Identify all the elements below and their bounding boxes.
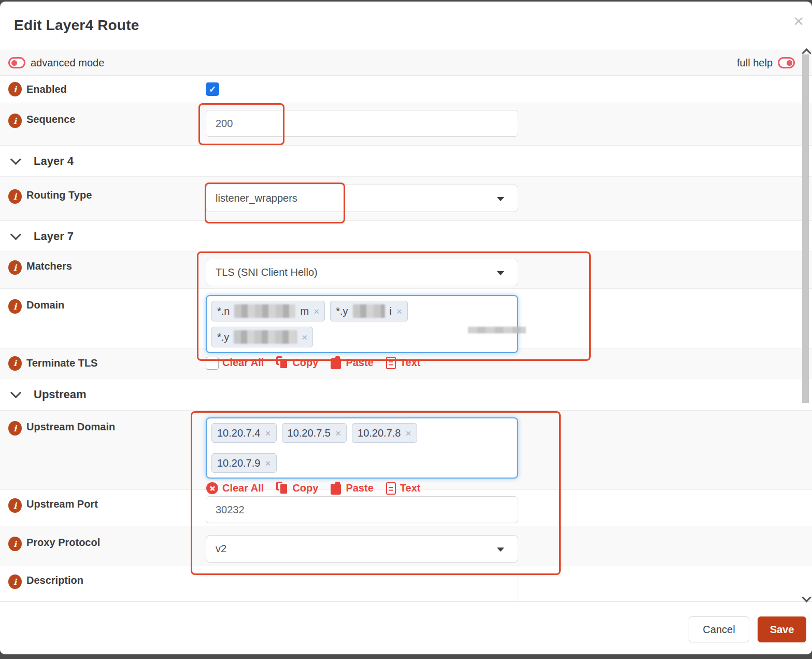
token-text: 10.20.7.9 — [217, 457, 260, 469]
enabled-label: Enabled — [26, 83, 67, 95]
help-toggle-row: advanced mode full help — [0, 50, 812, 76]
token-remove-icon[interactable]: × — [265, 458, 270, 468]
section-layer4: Layer 4 — [0, 146, 812, 177]
token-remove-icon[interactable]: × — [335, 428, 341, 438]
token-remove-icon[interactable]: × — [396, 306, 402, 316]
upstream-domain-token-input[interactable]: 10.20.7.4 × 10.20.7.5 × 10.20.7.8 × 10.2… — [206, 417, 518, 479]
dropdown-caret-icon — [497, 548, 504, 552]
full-help-toggle-group[interactable]: full help — [737, 57, 795, 69]
upstream-token: 10.20.7.9 × — [211, 453, 277, 473]
full-help-toggle-icon[interactable] — [778, 57, 795, 68]
proxy-protocol-select[interactable]: v2 — [206, 535, 518, 563]
routing-type-select[interactable]: listener_wrappers — [206, 185, 518, 212]
section-upstream: Upstream — [0, 378, 812, 411]
matchers-value: TLS (SNI Client Hello) — [216, 267, 318, 278]
sequence-input[interactable] — [206, 110, 518, 137]
token-text: *.y — [217, 331, 229, 343]
info-icon[interactable]: i — [8, 537, 22, 551]
dialog-header: Edit Layer4 Route × — [0, 2, 812, 50]
token-remove-icon[interactable]: × — [405, 428, 411, 438]
row-upstream-domain: i Upstream Domain 10.20.7.4 × 10.20.7.5 … — [0, 411, 812, 490]
page-title: Edit Layer4 Route — [14, 17, 139, 34]
domain-token-input[interactable]: *.n m × *.y i × *.y × — [206, 295, 518, 353]
redacted-text — [353, 304, 385, 318]
info-icon[interactable]: i — [8, 82, 22, 96]
dropdown-caret-icon — [497, 197, 504, 201]
section-upstream-title: Upstream — [34, 388, 86, 401]
token-text: *.y — [336, 305, 348, 317]
token-text: m — [300, 305, 309, 317]
token-remove-icon[interactable]: × — [265, 428, 270, 438]
row-upstream-port: i Upstream Port — [0, 490, 812, 526]
description-input[interactable] — [206, 574, 518, 601]
token-text: 10.20.7.4 — [217, 427, 260, 439]
advanced-mode-toggle-icon[interactable] — [8, 57, 25, 68]
info-icon[interactable]: i — [8, 189, 22, 204]
dialog-footer: Cancel Save — [0, 601, 812, 654]
row-routing-type: i Routing Type listener_wrappers — [0, 177, 812, 221]
redacted-text — [234, 330, 297, 344]
matchers-label: Matchers — [26, 260, 72, 272]
advanced-mode-toggle-group[interactable]: advanced mode — [8, 57, 104, 69]
row-proxy-protocol: i Proxy Protocol v2 — [0, 526, 812, 566]
chevron-down-icon[interactable] — [10, 229, 21, 240]
info-icon[interactable]: i — [8, 421, 22, 436]
token-text: i — [390, 305, 392, 317]
redaction-smudge — [468, 327, 526, 333]
token-remove-icon[interactable]: × — [302, 332, 307, 342]
info-icon[interactable]: i — [8, 574, 22, 589]
token-remove-icon[interactable]: × — [314, 306, 319, 316]
routing-type-label: Routing Type — [26, 189, 92, 201]
row-matchers: i Matchers TLS (SNI Client Hello) — [0, 252, 812, 289]
row-enabled: i Enabled ✓ — [0, 76, 812, 103]
domain-token: *.y × — [211, 327, 313, 347]
token-text: 10.20.7.8 — [358, 427, 401, 439]
proxy-protocol-value: v2 — [216, 543, 226, 555]
cancel-button[interactable]: Cancel — [689, 616, 749, 642]
upstream-token: 10.20.7.8 × — [352, 423, 417, 443]
domain-token: *.y i × — [330, 301, 408, 321]
proxy-protocol-label: Proxy Protocol — [26, 537, 100, 549]
section-layer7: Layer 7 — [0, 221, 812, 252]
info-icon[interactable]: i — [8, 299, 22, 314]
info-icon[interactable]: i — [8, 260, 22, 275]
upstream-token: 10.20.7.5 × — [282, 423, 347, 443]
dropdown-caret-icon — [497, 271, 504, 275]
edit-layer4-route-dialog: Edit Layer4 Route × advanced mode full h… — [0, 2, 812, 654]
sequence-label: Sequence — [26, 114, 75, 125]
section-layer4-title: Layer 4 — [34, 155, 74, 168]
info-icon[interactable]: i — [8, 114, 22, 128]
advanced-mode-label: advanced mode — [31, 57, 104, 69]
token-text: 10.20.7.5 — [288, 427, 331, 439]
row-sequence: i Sequence — [0, 103, 812, 146]
chevron-down-icon[interactable] — [10, 387, 21, 398]
upstream-token: 10.20.7.4 × — [211, 423, 277, 443]
terminate-tls-label: Terminate TLS — [26, 357, 97, 369]
info-icon[interactable]: i — [8, 498, 22, 513]
info-icon[interactable]: i — [8, 356, 22, 371]
upstream-port-input[interactable] — [206, 496, 518, 523]
save-button[interactable]: Save — [758, 616, 806, 642]
full-help-label: full help — [737, 57, 773, 69]
chevron-down-icon[interactable] — [10, 153, 21, 164]
row-domain: i Domain *.n m × *.y i × *.y — [0, 289, 812, 348]
domain-token: *.n m × — [211, 301, 325, 321]
row-description: i Description — [0, 566, 812, 601]
upstream-port-label: Upstream Port — [26, 498, 98, 510]
section-layer7-title: Layer 7 — [34, 230, 74, 243]
terminate-tls-checkbox[interactable] — [206, 357, 219, 370]
token-text: *.n — [217, 305, 230, 317]
description-label: Description — [26, 574, 83, 586]
enabled-checkbox[interactable]: ✓ — [206, 82, 219, 96]
check-icon: ✓ — [209, 84, 216, 95]
close-icon[interactable]: × — [793, 12, 804, 30]
redacted-text — [234, 304, 295, 318]
domain-label: Domain — [26, 299, 64, 311]
routing-type-value: listener_wrappers — [216, 192, 297, 204]
matchers-select[interactable]: TLS (SNI Client Hello) — [206, 259, 518, 286]
scrollbar-thumb[interactable] — [802, 54, 809, 403]
upstream-domain-label: Upstream Domain — [26, 421, 115, 433]
